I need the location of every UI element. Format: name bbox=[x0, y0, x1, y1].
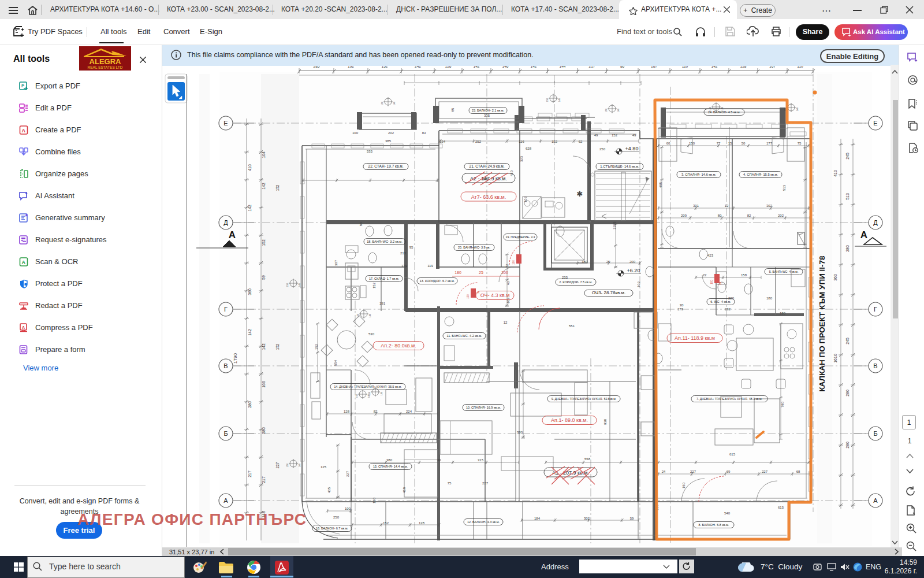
svg-text:180: 180 bbox=[454, 271, 461, 275]
svg-text:95: 95 bbox=[409, 246, 413, 249]
svg-text:100: 100 bbox=[345, 507, 351, 510]
svg-text:17. СКЛАД- 1.7 кв.м.: 17. СКЛАД- 1.7 кв.м. bbox=[369, 277, 400, 280]
svg-text:22: 22 bbox=[703, 273, 707, 277]
svg-text:30: 30 bbox=[437, 458, 441, 462]
svg-text:235: 235 bbox=[562, 276, 568, 279]
svg-text:69: 69 bbox=[726, 470, 731, 473]
svg-text:335: 335 bbox=[484, 114, 490, 117]
svg-text:В: В bbox=[873, 362, 877, 369]
svg-text:140: 140 bbox=[558, 98, 561, 102]
svg-text:REAL ESTATES LTD: REAL ESTATES LTD bbox=[88, 65, 123, 69]
svg-text:385: 385 bbox=[385, 139, 392, 143]
svg-text:150: 150 bbox=[356, 313, 359, 317]
svg-text:245: 245 bbox=[845, 338, 850, 344]
svg-text:140: 140 bbox=[617, 108, 620, 112]
svg-text:4. СПАЛНЯ- 15.5 кв.м.: 4. СПАЛНЯ- 15.5 кв.м. bbox=[743, 173, 778, 176]
svg-text:513: 513 bbox=[783, 184, 786, 191]
svg-text:A: A bbox=[22, 260, 26, 265]
svg-text:227: 227 bbox=[346, 470, 349, 477]
svg-text:142: 142 bbox=[531, 66, 537, 68]
svg-text:152: 152 bbox=[552, 140, 558, 143]
svg-text:930: 930 bbox=[603, 418, 607, 425]
svg-text:А: А bbox=[223, 497, 228, 504]
svg-text:д: д bbox=[477, 290, 479, 294]
svg-text:140: 140 bbox=[368, 313, 371, 317]
svg-text:77: 77 bbox=[717, 142, 721, 145]
svg-text:167: 167 bbox=[769, 66, 776, 68]
svg-text:А: А bbox=[860, 229, 867, 240]
svg-text:18. БАНЯ+WC- 3.2 кв.м.: 18. БАНЯ+WC- 3.2 кв.м. bbox=[367, 240, 403, 243]
svg-text:128: 128 bbox=[740, 66, 747, 68]
svg-text:150: 150 bbox=[546, 98, 549, 102]
svg-text:380: 380 bbox=[517, 431, 523, 434]
svg-text:142: 142 bbox=[262, 343, 266, 350]
svg-text:220: 220 bbox=[728, 297, 735, 300]
svg-text:83: 83 bbox=[422, 131, 426, 135]
svg-text:152: 152 bbox=[372, 282, 376, 288]
svg-text:128: 128 bbox=[419, 521, 425, 525]
svg-text:140: 140 bbox=[298, 463, 301, 467]
svg-text:126: 126 bbox=[445, 66, 452, 68]
svg-text:535: 535 bbox=[367, 150, 373, 153]
svg-text:280: 280 bbox=[845, 245, 850, 252]
svg-text:Ат7- 63.6 кв.м.: Ат7- 63.6 кв.м. bbox=[471, 194, 506, 200]
svg-text:242: 242 bbox=[415, 66, 421, 68]
svg-text:140: 140 bbox=[721, 106, 724, 110]
svg-text:Ап.2- 80.0кв.м.: Ап.2- 80.0кв.м. bbox=[381, 343, 416, 349]
svg-text:100: 100 bbox=[512, 260, 515, 265]
svg-text:232: 232 bbox=[725, 307, 731, 311]
svg-text:100: 100 bbox=[467, 294, 470, 299]
svg-text:15: 15 bbox=[728, 142, 732, 145]
svg-text:100: 100 bbox=[352, 131, 359, 135]
svg-text:Г: Г bbox=[224, 306, 228, 313]
svg-text:110: 110 bbox=[682, 66, 688, 68]
svg-text:125: 125 bbox=[321, 465, 327, 469]
svg-text:334: 334 bbox=[439, 140, 446, 143]
svg-text:12: 12 bbox=[504, 321, 508, 324]
svg-text:20. БАНЯ+WC- 3.9 кв.: 20. БАНЯ+WC- 3.9 кв. bbox=[458, 246, 491, 249]
svg-text:180: 180 bbox=[780, 312, 786, 315]
svg-text:Ап.1- 89.0 кв.м.: Ап.1- 89.0 кв.м. bbox=[551, 417, 588, 423]
svg-text:152: 152 bbox=[262, 239, 266, 246]
svg-text:15. СПАЛНЯ- 14.4 кв.м.: 15. СПАЛНЯ- 14.4 кв.м. bbox=[373, 465, 408, 468]
svg-text:1790: 1790 bbox=[233, 353, 238, 364]
svg-text:86: 86 bbox=[620, 66, 625, 68]
svg-text:615: 615 bbox=[778, 506, 784, 509]
svg-text:323: 323 bbox=[520, 155, 523, 162]
svg-text:202: 202 bbox=[778, 214, 784, 217]
svg-text:6. WC- 4 кв.м.: 6. WC- 4 кв.м. bbox=[710, 300, 731, 303]
svg-text:116: 116 bbox=[519, 140, 524, 143]
svg-text:ОЧ- 4.3 кв.м: ОЧ- 4.3 кв.м bbox=[480, 292, 510, 298]
svg-text:142: 142 bbox=[262, 183, 266, 190]
svg-text:540: 540 bbox=[724, 512, 731, 515]
svg-text:А: А bbox=[873, 497, 878, 504]
svg-text:202: 202 bbox=[388, 131, 394, 135]
svg-text:8. БАЛКОН- 6.8 кв.м.: 8. БАЛКОН- 6.8 кв.м. bbox=[698, 523, 729, 527]
svg-text:9. ДНЕВНА+ ТРАПЕЗАРИЯ+ КУХНЯ-: 9. ДНЕВНА+ ТРАПЕЗАРИЯ+ КУХНЯ- 53.8кв.м. bbox=[552, 397, 616, 401]
svg-text:217: 217 bbox=[262, 476, 266, 483]
svg-text:2. КОРИДОР- 7.5 кв.м.: 2. КОРИДОР- 7.5 кв.м. bbox=[559, 280, 593, 284]
svg-text:167: 167 bbox=[651, 66, 657, 68]
svg-text:418: 418 bbox=[403, 487, 406, 493]
svg-text:Д: Д bbox=[719, 281, 721, 285]
svg-text:150: 150 bbox=[689, 142, 695, 145]
svg-text:Д: Д bbox=[223, 219, 228, 226]
svg-text:19. ПРЕДВЕРИЕ- 3.3: 19. ПРЕДВЕРИЕ- 3.3 bbox=[506, 235, 535, 239]
svg-text:A: A bbox=[22, 128, 26, 134]
svg-text:Б: Б bbox=[223, 430, 228, 437]
svg-text:3. СПАЛНЯ- 14.6 кв.м.: 3. СПАЛНЯ- 14.6 кв.м. bbox=[681, 173, 717, 176]
svg-text:16. БАЛКОН- 6.7 кв.м.: 16. БАЛКОН- 6.7 кв.м. bbox=[316, 527, 349, 530]
svg-text:7. ДНЕВНА+ ТРАПЕЗАРИЯ+ КУХНЯ-: 7. ДНЕВНА+ ТРАПЕЗАРИЯ+ КУХНЯ- 48.3 кв.м. bbox=[696, 397, 762, 401]
svg-text:49: 49 bbox=[632, 134, 636, 137]
svg-text:252: 252 bbox=[475, 140, 482, 143]
svg-text:280: 280 bbox=[262, 427, 266, 434]
svg-text:25: 25 bbox=[479, 271, 483, 275]
svg-text:307: 307 bbox=[334, 260, 338, 266]
svg-text:10. СПАЛНЯ- 16.9 кв.м.: 10. СПАЛНЯ- 16.9 кв.м. bbox=[466, 406, 501, 409]
svg-text:В: В bbox=[223, 362, 228, 369]
svg-text:А: А bbox=[229, 229, 236, 240]
svg-text:24: 24 bbox=[662, 470, 666, 473]
svg-text:142: 142 bbox=[711, 66, 718, 68]
svg-text:82: 82 bbox=[747, 214, 751, 217]
svg-text:177: 177 bbox=[766, 142, 773, 145]
